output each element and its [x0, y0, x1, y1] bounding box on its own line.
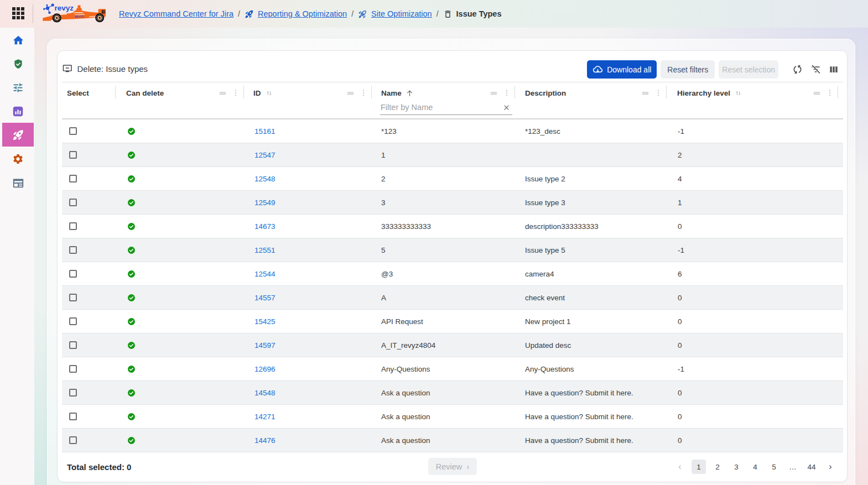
svg-text:revyz: revyz [55, 4, 74, 12]
svg-text:REVYZ: REVYZ [75, 15, 84, 18]
svg-text:42: 42 [102, 11, 106, 13]
